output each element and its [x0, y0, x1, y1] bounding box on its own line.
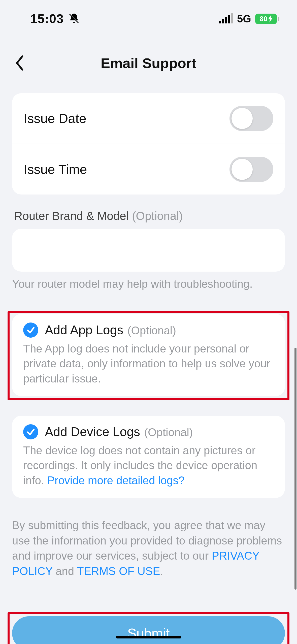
- cellular-signal-icon: [219, 14, 233, 23]
- row-label: Issue Time: [24, 162, 87, 177]
- card-add-device-logs[interactable]: Add Device Logs (Optional) The device lo…: [12, 416, 285, 498]
- page-title: Email Support: [101, 55, 196, 71]
- chevron-left-icon: [15, 55, 25, 71]
- checkbox-app-logs[interactable]: [23, 323, 38, 338]
- optional-label: (Optional): [144, 426, 193, 438]
- row-issue-time[interactable]: Issue Time: [12, 144, 285, 195]
- back-button[interactable]: [12, 55, 27, 71]
- battery-pct: 80: [259, 15, 267, 23]
- section-router: Router Brand & Model (Optional) Your rou…: [0, 209, 297, 290]
- app-logs-label: Add App Logs: [45, 323, 123, 337]
- device-logs-label: Add Device Logs: [45, 425, 140, 439]
- scroll-indicator: [294, 348, 296, 590]
- router-label: Router Brand & Model (Optional): [0, 209, 297, 229]
- app-logs-desc: The App log does not include your person…: [23, 341, 274, 386]
- card-issue-basics: Issue Date Issue Time: [12, 93, 285, 195]
- network-type: 5G: [237, 13, 251, 25]
- battery-icon: 80: [255, 14, 279, 24]
- device-logs-desc: The device log does not contain any pict…: [23, 443, 274, 488]
- row-label: Issue Date: [24, 111, 86, 126]
- checkmark-icon: [26, 427, 35, 436]
- checkmark-icon: [26, 326, 35, 335]
- router-help-text: Your router model may help with troubles…: [0, 272, 297, 290]
- card-add-app-logs[interactable]: Add App Logs (Optional) The App log does…: [12, 314, 285, 396]
- router-model-input[interactable]: [12, 229, 285, 272]
- provide-detailed-logs-link[interactable]: Provide more detailed logs?: [47, 474, 184, 487]
- home-indicator: [116, 636, 181, 638]
- toggle-issue-time[interactable]: [229, 157, 273, 182]
- checkbox-device-logs[interactable]: [23, 424, 38, 439]
- status-time: 15:03: [30, 12, 64, 26]
- terms-of-use-link[interactable]: TERMS OF USE: [77, 565, 160, 577]
- submit-button[interactable]: Submit: [12, 616, 285, 644]
- consent-text: By submitting this feedback, you agree t…: [0, 518, 297, 579]
- optional-label: (Optional): [127, 324, 176, 337]
- status-bar: 15:03 5G 80: [0, 0, 297, 38]
- toggle-issue-date[interactable]: [229, 106, 273, 131]
- row-issue-date[interactable]: Issue Date: [12, 93, 285, 144]
- bell-off-icon: [68, 13, 80, 25]
- nav-bar: Email Support: [0, 45, 297, 81]
